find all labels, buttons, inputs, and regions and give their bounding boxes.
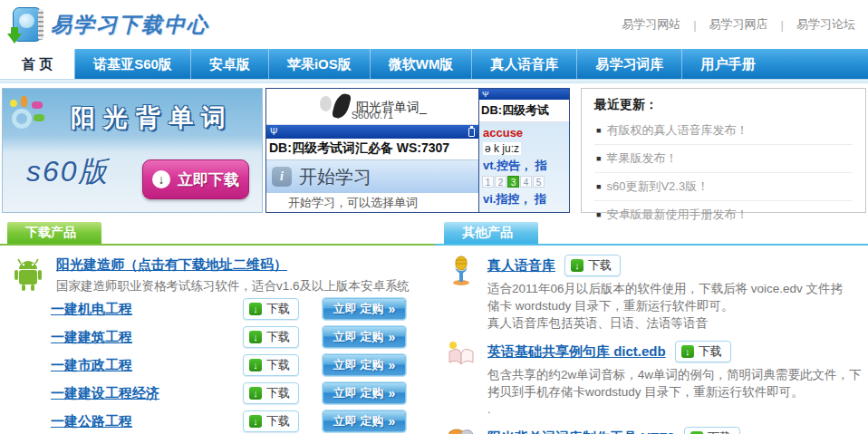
product-link-gonglu[interactable]: 一建公路工程 bbox=[51, 413, 132, 429]
order-button[interactable]: 立即 定购 » bbox=[323, 298, 406, 320]
product-link-shizheng[interactable]: 一建市政工程 bbox=[51, 357, 132, 372]
battery-icon bbox=[468, 128, 475, 137]
download-button[interactable]: ↓ 下载 bbox=[243, 410, 299, 432]
page-number: 5 bbox=[533, 176, 545, 188]
tab-other-products: 其他产品 bbox=[444, 222, 538, 244]
phone2-word: accuse bbox=[479, 122, 569, 140]
order-button[interactable]: 立即 定购 » bbox=[323, 382, 406, 404]
nav-tab-ios[interactable]: 苹果iOS版 bbox=[268, 49, 370, 79]
product-link-jianzhu[interactable]: 一建建筑工程 bbox=[51, 329, 132, 344]
phone-screenshots: 阳光背单词_ S60v0.71 Ψ DB:四级考试词汇必备 WS:7307 i … bbox=[265, 88, 570, 213]
download-button[interactable]: ↓ 下载 bbox=[243, 298, 299, 320]
phone2-pagination: 1 2 3 4 5 bbox=[479, 174, 569, 189]
page-number: 2 bbox=[495, 176, 506, 188]
antenna-icon: Ψ bbox=[482, 90, 489, 99]
download-button[interactable]: ↓ 下载 bbox=[243, 354, 299, 376]
update-item: ■ 有版权的真人语音库发布！ bbox=[594, 117, 853, 144]
product-link-jidian[interactable]: 一建机电工程 bbox=[51, 301, 132, 316]
bullet-icon: ■ bbox=[596, 126, 601, 135]
phone1-menu-desc: 开始学习，可以选择单词 bbox=[266, 193, 478, 211]
promo-download-button[interactable]: ↓ 立即下载 bbox=[142, 159, 249, 199]
download-arrow-icon: ↓ bbox=[571, 259, 583, 272]
builder-product-header: 阳光建造师（点击有下载地址二维码） 国家建造师职业资格考试练习软件，适合v1.6… bbox=[0, 246, 435, 294]
other-products-column: 其他产品 真人语音库 ↓ bbox=[435, 222, 868, 434]
builder-product-link[interactable]: 阳光建造师（点击有下载地址二维码） bbox=[56, 256, 410, 274]
brand: 易学习下载中心 bbox=[7, 5, 209, 43]
updates-title: 最近更新： bbox=[594, 94, 853, 117]
separator: | bbox=[693, 18, 696, 32]
download-arrow-icon: ↓ bbox=[681, 345, 694, 358]
phone2-db-line: DB:四级考试 bbox=[479, 100, 569, 122]
tool-book-icon: W bbox=[444, 427, 478, 434]
other-product-item: W 阳光背单词词库制作工具 UTF8 ↓ 下载 bbox=[435, 418, 868, 434]
order-button[interactable]: 立即 定购 » bbox=[323, 326, 406, 348]
promo-banner[interactable]: 阳光背单词 s60版 ↓ 立即下载 bbox=[2, 88, 263, 213]
double-chevron-icon: » bbox=[388, 358, 395, 372]
nav-bottom-strip bbox=[0, 80, 868, 83]
nav-tab-home[interactable]: 首 页 bbox=[0, 49, 74, 79]
voice-lib-link[interactable]: 真人语音库 bbox=[487, 257, 555, 275]
download-button[interactable]: ↓ 下载 bbox=[243, 382, 299, 404]
phone1-status-bar: Ψ bbox=[266, 125, 478, 139]
banner-row: 阳光背单词 s60版 ↓ 立即下载 阳光背单词_ S60v0.71 Ψ bbox=[2, 88, 866, 213]
phone1-header: 阳光背单词_ S60v0.71 bbox=[266, 89, 478, 125]
page-number: 1 bbox=[482, 176, 494, 188]
bullet-icon: ■ bbox=[596, 182, 601, 191]
page: 易学习下载中心 易学习网站 | 易学习网店 | 易学习论坛 首 页 诺基亚S60… bbox=[0, 0, 868, 434]
download-products-tab-row: 下载产品 bbox=[0, 222, 435, 246]
product-row: 一建建筑工程 ↓ 下载 立即 定购 » bbox=[0, 323, 435, 351]
phone1-menu-item: i 开始学习 bbox=[266, 159, 478, 193]
voice-lib-desc: 适合2011年06月以后版本的软件使用，下载后将 voice.edv 文件拷 储… bbox=[487, 280, 868, 332]
nav-tab-dict[interactable]: 易学习词库 bbox=[576, 49, 681, 79]
promo-version: s60版 bbox=[26, 152, 110, 192]
order-button[interactable]: 立即 定购 » bbox=[323, 410, 406, 432]
example-db-link[interactable]: 英语基础共享例句库 dict.edb bbox=[487, 343, 666, 361]
nav-tab-android[interactable]: 安卓版 bbox=[190, 49, 268, 79]
nav-tab-voice[interactable]: 真人语音库 bbox=[471, 49, 576, 79]
phone-screenshot-2: Ψ DB:四级考试 accuse ə k ju:z vt.控告， 指 1 2 3… bbox=[479, 88, 570, 213]
download-button[interactable]: ↓ 下载 bbox=[564, 255, 621, 276]
tab-download-products: 下载产品 bbox=[7, 222, 101, 244]
recent-updates-panel: 最近更新： ■ 有版权的真人语音库发布！ ■ 苹果版发布！ ■ s60更新到V2… bbox=[581, 88, 866, 213]
download-arrow-icon: ↓ bbox=[249, 359, 262, 371]
download-button[interactable]: ↓ 下载 bbox=[684, 427, 740, 434]
phone2-status-bar: Ψ bbox=[479, 89, 569, 100]
phone-screenshot-1: 阳光背单词_ S60v0.71 Ψ DB:四级考试词汇必备 WS:7307 i … bbox=[265, 88, 479, 213]
phone1-menu-label: 开始学习 bbox=[299, 165, 371, 189]
download-arrow-icon: ↓ bbox=[249, 303, 262, 315]
phone1-db-line: DB:四级考试词汇必备 WS:7307 bbox=[266, 139, 478, 159]
bullet-icon: ■ bbox=[596, 210, 601, 219]
download-button[interactable]: ↓ 下载 bbox=[675, 341, 731, 362]
android-icon bbox=[11, 256, 45, 294]
header: 易学习下载中心 易学习网站 | 易学习网店 | 易学习论坛 bbox=[0, 0, 868, 49]
top-link-shop[interactable]: 易学习网店 bbox=[709, 16, 768, 33]
product-row: 一建公路工程 ↓ 下载 立即 定购 » bbox=[0, 408, 435, 434]
phone1-app-version: S60v0.71 bbox=[266, 109, 478, 122]
product-row: 一建机电工程 ↓ 下载 立即 定购 » bbox=[0, 295, 435, 323]
nav-tab-wm[interactable]: 微软WM版 bbox=[370, 49, 472, 79]
product-link-jingji[interactable]: 一建建设工程经济 bbox=[51, 385, 159, 400]
download-arrow-icon: ↓ bbox=[249, 331, 262, 343]
phone2-phonetic: ə k ju:z bbox=[483, 142, 521, 155]
builder-product-desc: 国家建造师职业资格考试练习软件，适合v1.6及以上版本安卓系统 bbox=[56, 278, 410, 294]
example-db-desc: 包含共享的约2w单词音标，4w单词的例句，简明词典需要此文件，下 拷贝到手机存储… bbox=[487, 366, 868, 418]
double-chevron-icon: » bbox=[388, 414, 395, 429]
download-arrow-icon: ↓ bbox=[249, 415, 262, 428]
antenna-icon: Ψ bbox=[270, 127, 277, 137]
other-product-item: 真人语音库 ↓ 下载 适合2011年06月以后版本的软件使用，下载后将 voic… bbox=[435, 246, 868, 332]
top-links: 易学习网站 | 易学习网店 | 易学习论坛 bbox=[622, 16, 855, 33]
top-link-forum[interactable]: 易学习论坛 bbox=[796, 16, 855, 33]
top-link-website[interactable]: 易学习网站 bbox=[622, 16, 680, 33]
sun-logo-icon bbox=[8, 100, 44, 136]
separator: | bbox=[781, 18, 784, 32]
promo-title: 阳光背单词 bbox=[48, 101, 256, 134]
download-button[interactable]: ↓ 下载 bbox=[243, 326, 299, 348]
nav-tab-manual[interactable]: 用户手册 bbox=[681, 49, 773, 79]
dict-tool-link[interactable]: 阳光背单词词库制作工具 UTF8 bbox=[487, 429, 675, 434]
order-button[interactable]: 立即 定购 » bbox=[323, 354, 406, 376]
nav-tab-s60[interactable]: 诺基亚S60版 bbox=[74, 49, 190, 79]
products-section: 下载产品 阳光建造师（点击有下载地址二维码） bbox=[0, 222, 868, 434]
other-products-tab-row: 其他产品 bbox=[435, 222, 868, 246]
update-item: ■ s60更新到V2.3版！ bbox=[594, 172, 853, 200]
download-products-column: 下载产品 阳光建造师（点击有下载地址二维码） bbox=[0, 222, 435, 434]
